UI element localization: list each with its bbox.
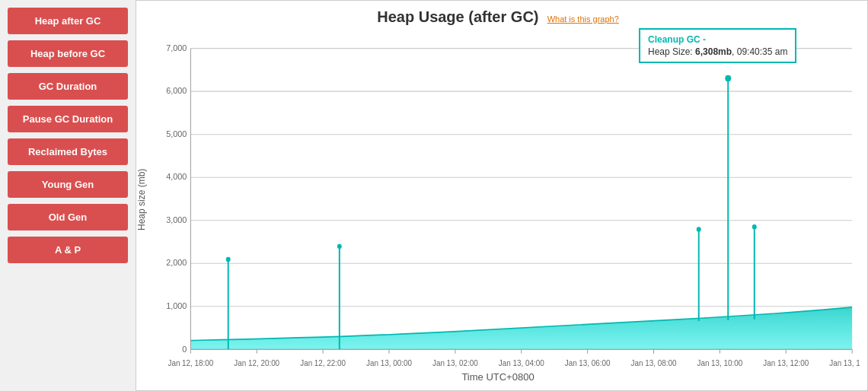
svg-text:Jan 12, 22:00: Jan 12, 22:00 bbox=[300, 358, 346, 367]
sidebar-btn-heap-before-gc[interactable]: Heap before GC bbox=[8, 40, 128, 67]
y-axis-label: Heap size (mb) bbox=[136, 29, 153, 370]
chart-area: Heap Usage (after GC) What is this graph… bbox=[136, 0, 868, 391]
svg-text:3,000: 3,000 bbox=[166, 215, 187, 224]
svg-text:Jan 13, 14:00: Jan 13, 14:00 bbox=[829, 358, 860, 367]
svg-point-47 bbox=[752, 224, 757, 229]
svg-text:1,000: 1,000 bbox=[166, 301, 187, 310]
svg-text:0: 0 bbox=[182, 344, 187, 353]
sidebar-btn-pause-gc-duration[interactable]: Pause GC Duration bbox=[8, 106, 128, 132]
chart-title: Heap Usage (after GC) What is this graph… bbox=[136, 8, 860, 26]
chart-wrapper: Heap size (mb) 0 1,000 2,000 3,000 bbox=[136, 29, 860, 370]
svg-text:Jan 13, 00:00: Jan 13, 00:00 bbox=[366, 358, 412, 367]
svg-text:4,000: 4,000 bbox=[166, 172, 187, 181]
svg-text:5,000: 5,000 bbox=[166, 129, 187, 138]
svg-text:6,000: 6,000 bbox=[166, 86, 187, 95]
sidebar-btn-heap-after-gc[interactable]: Heap after GC bbox=[8, 8, 128, 34]
sidebar: Heap after GCHeap before GCGC DurationPa… bbox=[0, 0, 136, 391]
svg-text:7,000: 7,000 bbox=[166, 43, 187, 52]
svg-text:Jan 13, 08:00: Jan 13, 08:00 bbox=[631, 358, 677, 367]
svg-point-39 bbox=[226, 257, 231, 262]
chart-title-text: Heap Usage (after GC) bbox=[377, 8, 538, 25]
svg-text:Jan 13, 12:00: Jan 13, 12:00 bbox=[763, 358, 809, 367]
svg-point-41 bbox=[337, 244, 342, 249]
svg-text:2,000: 2,000 bbox=[166, 258, 187, 267]
sidebar-btn-young-gen[interactable]: Young Gen bbox=[8, 171, 128, 198]
svg-text:Jan 12, 20:00: Jan 12, 20:00 bbox=[234, 358, 279, 367]
svg-text:Jan 13, 10:00: Jan 13, 10:00 bbox=[697, 358, 742, 367]
svg-text:Jan 13, 02:00: Jan 13, 02:00 bbox=[432, 358, 478, 367]
x-axis-label: Time UTC+0800 bbox=[136, 371, 860, 383]
chart-svg: 0 1,000 2,000 3,000 4,000 5,000 6,000 7,… bbox=[153, 29, 860, 370]
sidebar-btn-a-and-p[interactable]: A & P bbox=[8, 237, 128, 263]
svg-point-43 bbox=[697, 227, 701, 231]
svg-point-45 bbox=[725, 75, 731, 82]
svg-text:Jan 13, 04:00: Jan 13, 04:00 bbox=[499, 358, 544, 367]
what-is-this-link[interactable]: What is this graph? bbox=[547, 14, 619, 24]
svg-text:Jan 12, 18:00: Jan 12, 18:00 bbox=[168, 358, 213, 367]
svg-text:Jan 13, 06:00: Jan 13, 06:00 bbox=[565, 358, 611, 367]
sidebar-btn-reclaimed-bytes[interactable]: Reclaimed Bytes bbox=[8, 138, 128, 165]
chart-inner: 0 1,000 2,000 3,000 4,000 5,000 6,000 7,… bbox=[153, 29, 860, 370]
sidebar-btn-gc-duration[interactable]: GC Duration bbox=[8, 73, 128, 100]
sidebar-btn-old-gen[interactable]: Old Gen bbox=[8, 204, 128, 230]
